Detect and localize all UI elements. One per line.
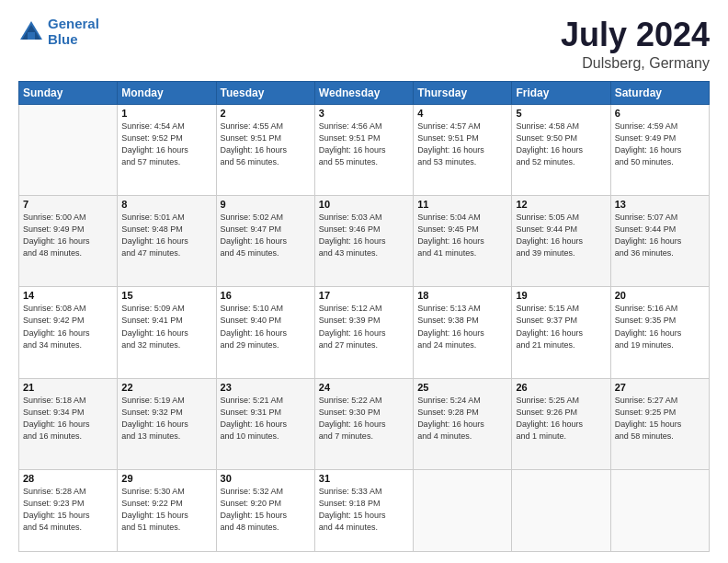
col-thursday: Thursday <box>414 81 512 104</box>
day-number: 8 <box>121 199 211 210</box>
day-number: 4 <box>417 108 507 119</box>
day-number: 5 <box>516 108 606 119</box>
day-info: Sunrise: 4:54 AM Sunset: 9:52 PM Dayligh… <box>121 121 211 168</box>
day-number: 6 <box>615 108 705 119</box>
day-info: Sunrise: 5:30 AM Sunset: 9:22 PM Dayligh… <box>121 486 211 534</box>
calendar-cell: 26Sunrise: 5:25 AM Sunset: 9:26 PM Dayli… <box>512 378 610 469</box>
day-info: Sunrise: 5:08 AM Sunset: 9:42 PM Dayligh… <box>23 303 113 350</box>
day-info: Sunrise: 5:04 AM Sunset: 9:45 PM Dayligh… <box>417 212 507 259</box>
calendar-cell: 6Sunrise: 4:59 AM Sunset: 9:49 PM Daylig… <box>610 104 709 195</box>
day-number: 1 <box>121 108 211 119</box>
calendar-cell: 8Sunrise: 5:01 AM Sunset: 9:48 PM Daylig… <box>118 196 216 287</box>
day-info: Sunrise: 5:21 AM Sunset: 9:31 PM Dayligh… <box>221 395 311 442</box>
calendar-cell: 7Sunrise: 5:00 AM Sunset: 9:49 PM Daylig… <box>19 196 118 287</box>
day-info: Sunrise: 4:56 AM Sunset: 9:51 PM Dayligh… <box>319 121 409 168</box>
day-info: Sunrise: 5:09 AM Sunset: 9:41 PM Dayligh… <box>121 303 211 350</box>
day-number: 16 <box>221 290 311 301</box>
day-number: 2 <box>221 108 311 119</box>
day-info: Sunrise: 5:27 AM Sunset: 9:25 PM Dayligh… <box>615 395 705 442</box>
calendar-cell: 28Sunrise: 5:28 AM Sunset: 9:23 PM Dayli… <box>19 470 118 552</box>
header: General Blue July 2024 Dulsberg, Germany <box>18 17 710 72</box>
svg-rect-2 <box>28 32 35 40</box>
day-info: Sunrise: 5:25 AM Sunset: 9:26 PM Dayligh… <box>516 395 606 442</box>
calendar-cell: 22Sunrise: 5:19 AM Sunset: 9:32 PM Dayli… <box>118 378 216 469</box>
calendar-cell: 15Sunrise: 5:09 AM Sunset: 9:41 PM Dayli… <box>118 287 216 378</box>
calendar-cell: 12Sunrise: 5:05 AM Sunset: 9:44 PM Dayli… <box>512 196 610 287</box>
logo-icon <box>18 19 44 45</box>
calendar-cell: 21Sunrise: 5:18 AM Sunset: 9:34 PM Dayli… <box>19 378 118 469</box>
col-tuesday: Tuesday <box>216 81 314 104</box>
day-info: Sunrise: 5:16 AM Sunset: 9:35 PM Dayligh… <box>615 303 705 350</box>
day-number: 23 <box>221 382 311 393</box>
col-sunday: Sunday <box>19 81 118 104</box>
calendar-cell: 18Sunrise: 5:13 AM Sunset: 9:38 PM Dayli… <box>414 287 512 378</box>
day-number: 3 <box>319 108 409 119</box>
calendar-body: 1Sunrise: 4:54 AM Sunset: 9:52 PM Daylig… <box>19 104 710 551</box>
col-saturday: Saturday <box>610 81 709 104</box>
calendar-cell: 30Sunrise: 5:32 AM Sunset: 9:20 PM Dayli… <box>216 470 314 552</box>
day-info: Sunrise: 5:03 AM Sunset: 9:46 PM Dayligh… <box>319 212 409 259</box>
day-number: 19 <box>516 290 606 301</box>
day-info: Sunrise: 5:02 AM Sunset: 9:47 PM Dayligh… <box>221 212 311 259</box>
subtitle: Dulsberg, Germany <box>561 55 710 72</box>
col-friday: Friday <box>512 81 610 104</box>
day-info: Sunrise: 4:58 AM Sunset: 9:50 PM Dayligh… <box>516 121 606 168</box>
day-number: 26 <box>516 382 606 393</box>
day-number: 20 <box>615 290 705 301</box>
day-info: Sunrise: 5:15 AM Sunset: 9:37 PM Dayligh… <box>516 303 606 350</box>
day-info: Sunrise: 5:05 AM Sunset: 9:44 PM Dayligh… <box>516 212 606 259</box>
calendar-cell: 25Sunrise: 5:24 AM Sunset: 9:28 PM Dayli… <box>414 378 512 469</box>
day-number: 17 <box>319 290 409 301</box>
day-number: 21 <box>23 382 113 393</box>
calendar-table: Sunday Monday Tuesday Wednesday Thursday… <box>18 81 710 552</box>
calendar-header: Sunday Monday Tuesday Wednesday Thursday… <box>19 81 710 104</box>
day-info: Sunrise: 5:33 AM Sunset: 9:18 PM Dayligh… <box>319 486 409 534</box>
day-number: 11 <box>417 199 507 210</box>
calendar-cell <box>610 470 709 552</box>
calendar-cell: 24Sunrise: 5:22 AM Sunset: 9:30 PM Dayli… <box>314 378 413 469</box>
day-info: Sunrise: 5:24 AM Sunset: 9:28 PM Dayligh… <box>417 395 507 442</box>
main-title: July 2024 <box>561 17 710 53</box>
calendar-cell: 16Sunrise: 5:10 AM Sunset: 9:40 PM Dayli… <box>216 287 314 378</box>
calendar-cell: 3Sunrise: 4:56 AM Sunset: 9:51 PM Daylig… <box>314 104 413 195</box>
calendar-cell: 5Sunrise: 4:58 AM Sunset: 9:50 PM Daylig… <box>512 104 610 195</box>
calendar-cell: 20Sunrise: 5:16 AM Sunset: 9:35 PM Dayli… <box>610 287 709 378</box>
day-info: Sunrise: 5:12 AM Sunset: 9:39 PM Dayligh… <box>319 303 409 350</box>
calendar-cell: 10Sunrise: 5:03 AM Sunset: 9:46 PM Dayli… <box>314 196 413 287</box>
day-info: Sunrise: 5:07 AM Sunset: 9:44 PM Dayligh… <box>615 212 705 259</box>
calendar-cell <box>512 470 610 552</box>
calendar-cell: 1Sunrise: 4:54 AM Sunset: 9:52 PM Daylig… <box>118 104 216 195</box>
day-info: Sunrise: 4:55 AM Sunset: 9:51 PM Dayligh… <box>221 121 311 168</box>
page: General Blue July 2024 Dulsberg, Germany… <box>0 0 728 563</box>
calendar-cell: 13Sunrise: 5:07 AM Sunset: 9:44 PM Dayli… <box>610 196 709 287</box>
day-number: 14 <box>23 290 113 301</box>
logo-blue: Blue <box>48 31 78 47</box>
calendar-cell: 14Sunrise: 5:08 AM Sunset: 9:42 PM Dayli… <box>19 287 118 378</box>
day-number: 9 <box>221 199 311 210</box>
day-info: Sunrise: 5:19 AM Sunset: 9:32 PM Dayligh… <box>121 395 211 442</box>
calendar-cell: 4Sunrise: 4:57 AM Sunset: 9:51 PM Daylig… <box>414 104 512 195</box>
col-wednesday: Wednesday <box>314 81 413 104</box>
day-info: Sunrise: 4:57 AM Sunset: 9:51 PM Dayligh… <box>417 121 507 168</box>
day-number: 29 <box>121 473 211 484</box>
col-monday: Monday <box>118 81 216 104</box>
day-number: 31 <box>319 473 409 484</box>
day-info: Sunrise: 5:18 AM Sunset: 9:34 PM Dayligh… <box>23 395 113 442</box>
day-info: Sunrise: 5:32 AM Sunset: 9:20 PM Dayligh… <box>221 486 311 534</box>
day-info: Sunrise: 5:01 AM Sunset: 9:48 PM Dayligh… <box>121 212 211 259</box>
day-number: 10 <box>319 199 409 210</box>
day-number: 24 <box>319 382 409 393</box>
day-number: 18 <box>417 290 507 301</box>
calendar-cell: 11Sunrise: 5:04 AM Sunset: 9:45 PM Dayli… <box>414 196 512 287</box>
day-number: 12 <box>516 199 606 210</box>
day-number: 15 <box>121 290 211 301</box>
calendar-cell: 2Sunrise: 4:55 AM Sunset: 9:51 PM Daylig… <box>216 104 314 195</box>
day-number: 13 <box>615 199 705 210</box>
day-info: Sunrise: 5:10 AM Sunset: 9:40 PM Dayligh… <box>221 303 311 350</box>
calendar-cell: 27Sunrise: 5:27 AM Sunset: 9:25 PM Dayli… <box>610 378 709 469</box>
day-number: 27 <box>615 382 705 393</box>
calendar-cell: 19Sunrise: 5:15 AM Sunset: 9:37 PM Dayli… <box>512 287 610 378</box>
day-info: Sunrise: 5:28 AM Sunset: 9:23 PM Dayligh… <box>23 486 113 534</box>
day-number: 25 <box>417 382 507 393</box>
calendar-cell: 17Sunrise: 5:12 AM Sunset: 9:39 PM Dayli… <box>314 287 413 378</box>
